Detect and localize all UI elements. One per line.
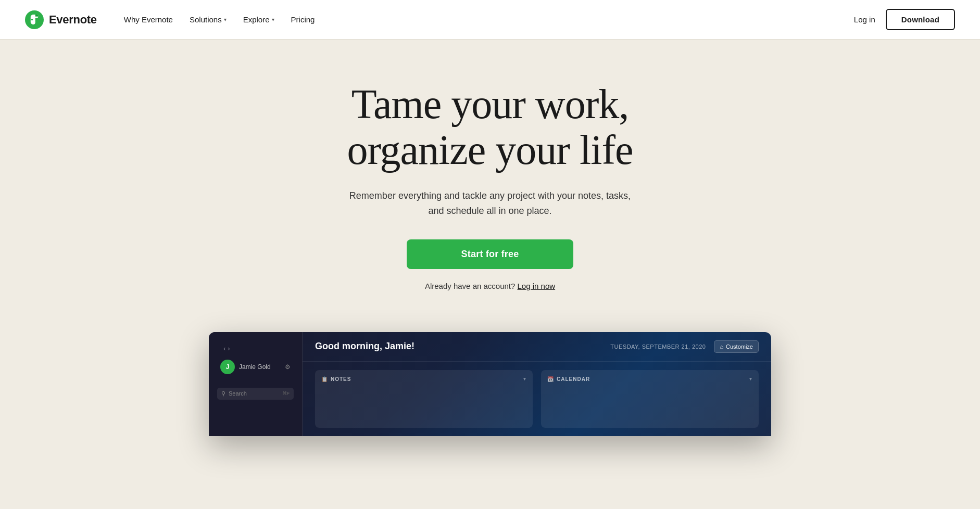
back-arrow-icon[interactable]: ‹ xyxy=(223,345,225,352)
navbar-right: Log in Download xyxy=(854,9,955,30)
solutions-chevron-icon: ▾ xyxy=(224,17,227,22)
explore-chevron-icon: ▾ xyxy=(272,17,274,22)
notes-card: 📋 NOTES ▾ xyxy=(315,370,533,428)
sidebar-user[interactable]: J Jamie Gold ⚙ xyxy=(217,357,294,377)
download-button[interactable]: Download xyxy=(886,9,955,30)
logo-link[interactable]: Evernote xyxy=(25,10,97,29)
login-now-link[interactable]: Log in now xyxy=(518,282,556,290)
search-shortcut: ⌘F xyxy=(282,391,290,396)
customize-button[interactable]: ⌂ Customize xyxy=(714,340,759,353)
account-prompt: Already have an account? Log in now xyxy=(425,282,555,290)
app-main: Good morning, Jamie! TUESDAY, SEPTEMBER … xyxy=(303,332,771,436)
hero-section: Tame your work, organize your life Remem… xyxy=(0,40,980,311)
nav-links: Why Evernote Solutions ▾ Explore ▾ Prici… xyxy=(118,11,321,28)
app-content: 📋 NOTES ▾ 📆 CALENDAR ▾ xyxy=(303,362,771,436)
search-label: Search xyxy=(229,390,247,397)
date-text: TUESDAY, SEPTEMBER 21, 2020 xyxy=(610,343,706,350)
app-window: ‹ › J Jamie Gold ⚙ ⚲ Search ⌘F Good morn… xyxy=(209,332,771,436)
nav-explore[interactable]: Explore ▾ xyxy=(237,11,281,28)
topbar-right: TUESDAY, SEPTEMBER 21, 2020 ⌂ Customize xyxy=(610,340,759,353)
app-topbar: Good morning, Jamie! TUESDAY, SEPTEMBER … xyxy=(303,332,771,362)
greeting-text: Good morning, Jamie! xyxy=(315,341,414,352)
navbar: Evernote Why Evernote Solutions ▾ Explor… xyxy=(0,0,980,40)
nav-arrows: ‹ › xyxy=(217,340,294,357)
notes-icon: 📋 xyxy=(321,376,328,382)
nav-why-evernote[interactable]: Why Evernote xyxy=(118,11,179,28)
svg-point-1 xyxy=(31,19,33,20)
hero-title: Tame your work, organize your life xyxy=(347,81,633,173)
evernote-logo-icon xyxy=(25,10,44,29)
app-sidebar: ‹ › J Jamie Gold ⚙ ⚲ Search ⌘F xyxy=(209,332,303,436)
customize-label: Customize xyxy=(726,343,753,350)
calendar-card-title: 📆 CALENDAR ▾ xyxy=(547,376,752,382)
nav-pricing[interactable]: Pricing xyxy=(285,11,321,28)
search-icon: ⚲ xyxy=(221,390,225,397)
logo-text: Evernote xyxy=(49,13,97,27)
sidebar-search[interactable]: ⚲ Search ⌘F xyxy=(217,388,294,400)
calendar-card: 📆 CALENDAR ▾ xyxy=(541,370,759,428)
user-avatar: J xyxy=(220,360,235,374)
hero-subtitle: Remember everything and tackle any proje… xyxy=(344,188,636,219)
app-preview-section: ‹ › J Jamie Gold ⚙ ⚲ Search ⌘F Good morn… xyxy=(0,311,980,436)
user-name: Jamie Gold xyxy=(239,363,281,371)
nav-solutions[interactable]: Solutions ▾ xyxy=(183,11,233,28)
calendar-icon: 📆 xyxy=(547,376,554,382)
login-link[interactable]: Log in xyxy=(854,15,875,24)
notes-chevron-icon: ▾ xyxy=(523,376,526,381)
gear-icon[interactable]: ⚙ xyxy=(285,363,291,371)
notes-card-title: 📋 NOTES ▾ xyxy=(321,376,526,382)
start-for-free-button[interactable]: Start for free xyxy=(407,239,573,269)
navbar-left: Evernote Why Evernote Solutions ▾ Explor… xyxy=(25,10,321,29)
home-icon: ⌂ xyxy=(720,343,723,350)
forward-arrow-icon[interactable]: › xyxy=(228,345,230,352)
calendar-chevron-icon: ▾ xyxy=(749,376,752,381)
